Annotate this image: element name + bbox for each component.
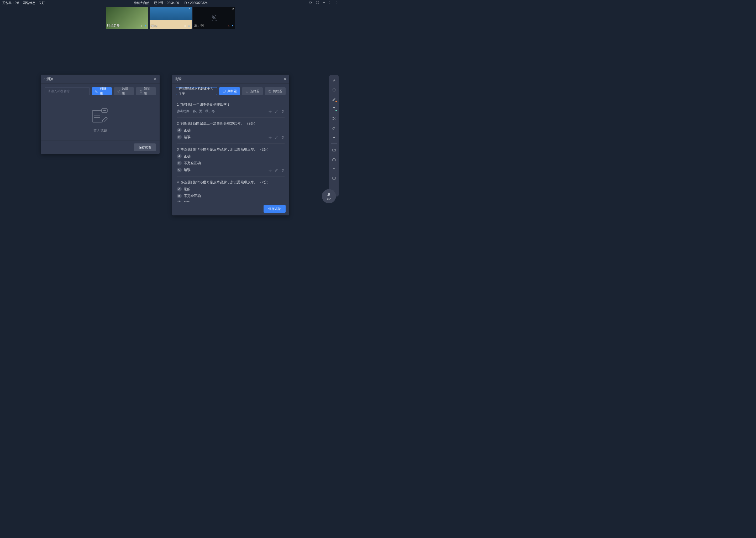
camera-toggle-icon[interactable] [309,1,313,5]
toolbox-tool[interactable] [331,156,337,163]
option-letter: C [177,200,182,202]
edit-icon[interactable] [275,135,278,141]
option-letter: B [177,193,182,198]
answer-option[interactable]: A正确 [177,154,285,159]
quiz-panel-empty: ‹ 测验 ✕ 判断题 选择题 简答题 暂无试题 保存试卷 [41,75,160,154]
svg-point-35 [333,119,334,120]
save-quiz-button[interactable]: 保存试卷 [263,205,286,213]
hands-raised-count: 0/2 [327,197,331,200]
empty-state: 暂无试题 [41,99,160,140]
svg-line-14 [228,25,230,27]
svg-rect-16 [96,90,98,92]
answer-option[interactable]: B不完全正确 [177,193,285,198]
svg-point-34 [333,117,334,118]
answer-option[interactable]: B不完全正确 [177,161,285,166]
delete-icon[interactable] [281,135,285,141]
video-tile[interactable]: 叮当老师 [106,7,148,29]
option-label: 错误 [184,134,191,140]
save-quiz-button[interactable]: 保存试卷 [134,143,156,151]
course-title: 神秘大自然 [134,1,149,5]
svg-point-28 [106,110,106,111]
question-title: 3 [单选题] 施华洛世奇是反华品牌，所以梁鼎琪反华。 （2分） [177,147,285,152]
svg-point-8 [185,26,186,27]
close-icon[interactable]: ✕ [283,77,287,81]
edit-icon[interactable] [275,168,278,174]
svg-point-1 [317,2,318,3]
add-short-answer-button[interactable]: 简答题 [136,87,156,95]
back-icon[interactable]: ‹ [44,77,45,81]
eraser-tool[interactable] [331,125,337,131]
packet-loss-label: 丢包率： [2,1,15,5]
quiz-name-input[interactable]: 产品说试卷名称最多十六个字 [176,87,217,95]
participant-name: 王小明 [194,24,204,28]
hands-raised-counter[interactable]: 0/2 [322,189,336,203]
question-item: 1 [简答题] 一年四季分别是哪四季？参考答案：春、夏、秋、冬 [177,99,285,118]
delete-icon[interactable] [281,168,285,174]
folder-tool[interactable] [331,147,337,153]
close-window-icon[interactable] [335,1,339,5]
edit-icon[interactable] [275,201,278,202]
network-label: 网络状态： [23,1,39,5]
option-letter: A [177,154,182,159]
chat-tool[interactable] [331,175,337,182]
option-letter: B [177,135,182,139]
packet-loss-value: 0% [15,1,19,5]
move-icon[interactable] [268,168,272,174]
svg-point-38 [333,168,334,169]
question-title: 4 [多选题] 施华洛世奇是反华品牌，所以梁鼎琪反华。 （2分） [177,180,285,185]
add-choice-question-button[interactable]: 选择题 [242,87,263,95]
add-choice-question-button[interactable]: 选择题 [114,87,134,95]
svg-point-5 [141,26,142,27]
network-value: 良好 [39,1,45,5]
answer-option[interactable]: A是的 [177,187,285,192]
video-tile[interactable]: ✕ 王小明 [193,7,235,29]
question-list[interactable]: 1 [简答题] 一年四季分别是哪四季？参考答案：春、夏、秋、冬2 [判断题] 我… [172,99,289,202]
option-label: 不完全正确 [184,193,201,198]
video-tile[interactable]: ✕ Nina [150,7,192,29]
participant-name: Nina [151,24,157,28]
add-judge-question-button[interactable]: 判断题 [92,87,112,95]
mic-on-icon [187,25,191,28]
minimize-icon[interactable] [322,1,326,5]
elapsed-label: 已上课： [154,1,167,5]
settings-icon[interactable] [315,1,319,5]
tool-palette [329,75,339,196]
close-icon[interactable]: ✕ [154,77,157,81]
add-short-answer-button[interactable]: 简答题 [265,87,286,95]
svg-rect-29 [223,90,225,92]
id-value: 2020070324 [190,1,208,5]
camera-on-icon [183,25,187,28]
delete-icon[interactable] [281,110,285,115]
svg-rect-7 [145,25,146,26]
move-tool[interactable] [331,87,337,93]
svg-rect-15 [232,25,233,26]
question-item: 2 [判断题] 我国宪法上一次更新是在2020年。 （2分）A正确B错误 [177,118,285,144]
quiz-panel-filled: 测验 ✕ 产品说试卷名称最多十六个字 判断题 选择题 简答题 1 [简答题] 一… [172,75,289,215]
color-picker-tool[interactable] [331,134,337,140]
option-label: 正确 [184,154,191,159]
svg-point-30 [246,90,248,92]
tile-close-icon[interactable]: ✕ [232,7,234,10]
fullscreen-icon[interactable] [329,1,333,5]
move-icon[interactable] [268,201,272,202]
panel-title: 测验 [46,77,53,81]
tile-close-icon[interactable]: ✕ [188,7,191,10]
svg-point-17 [118,90,120,92]
edit-icon[interactable] [275,110,278,115]
svg-rect-10 [189,25,189,26]
participants-tool[interactable] [331,166,337,172]
move-icon[interactable] [268,135,272,141]
question-item: 4 [多选题] 施华洛世奇是反华品牌，所以梁鼎琪反华。 （2分）A是的B不完全正… [177,177,285,202]
quiz-name-input[interactable] [45,87,90,95]
scissors-tool[interactable] [331,115,337,121]
cursor-tool[interactable] [331,77,337,83]
pen-tool[interactable] [331,96,337,102]
option-letter: B [177,161,182,166]
text-tool[interactable] [331,106,337,112]
move-icon[interactable] [268,110,272,115]
delete-icon[interactable] [281,201,285,202]
add-judge-question-button[interactable]: 判断题 [219,87,240,95]
participant-name: 叮当老师 [107,24,120,28]
answer-option[interactable]: A正确 [177,128,285,133]
option-letter: C [177,168,182,172]
